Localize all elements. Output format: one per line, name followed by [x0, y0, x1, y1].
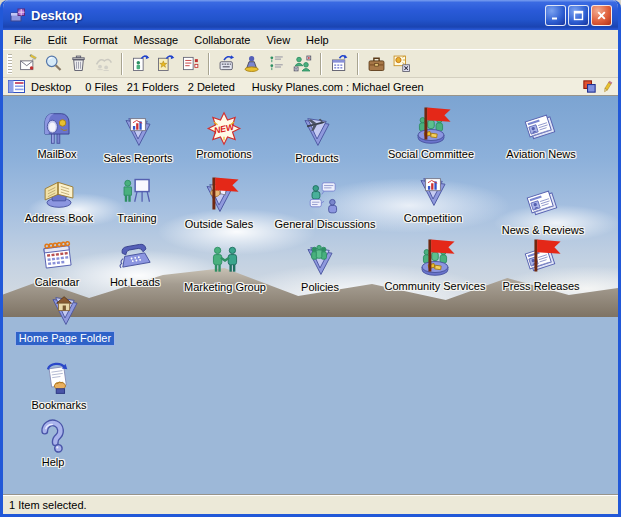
toolbar-separator [357, 53, 359, 75]
deleted-count: 2 Deleted [188, 81, 235, 93]
new-message-button[interactable] [16, 52, 41, 76]
toolbar-separator [208, 53, 210, 75]
send-document-icon [130, 53, 151, 74]
folder-chart-icon [118, 114, 158, 151]
status-text: 1 Item selected. [9, 499, 87, 511]
tagged-document-button[interactable] [178, 52, 203, 76]
desktop-item-general-discussions[interactable]: General Discussions [265, 180, 385, 231]
newspaper-icon [523, 186, 563, 223]
infobar-tools [583, 80, 613, 94]
folder-hand-icon [199, 180, 239, 217]
group-chat-icon [93, 53, 114, 74]
desktop-item-label: Marketing Group [184, 281, 266, 294]
pencil-icon[interactable] [602, 80, 613, 94]
desktop-item-label: Sales Reports [103, 152, 172, 165]
delete-icon [68, 53, 89, 74]
desktop[interactable]: MailBoxSales ReportsPromotionsProductsSo… [3, 96, 618, 494]
unread-flag-icon [421, 237, 461, 274]
toolbar-gripper[interactable] [7, 54, 12, 74]
briefcase-icon [366, 53, 387, 74]
desktop-item-label: Community Services [385, 280, 486, 293]
calendar-icon [37, 238, 77, 275]
send-form-button[interactable] [153, 52, 178, 76]
meeting-table-icon [415, 242, 455, 279]
tagged-document-icon [180, 53, 201, 74]
close-icon [596, 10, 607, 21]
unread-flag-icon [417, 105, 457, 142]
new-message-icon [18, 53, 39, 74]
desktop-item-label: Calendar [35, 276, 80, 289]
toolbar-separator [121, 53, 123, 75]
question-icon [33, 418, 73, 455]
layered-pages-icon[interactable] [583, 80, 596, 93]
desktop-item-bookmarks[interactable]: Bookmarks [3, 361, 119, 412]
menu-edit[interactable]: Edit [40, 32, 75, 48]
menu-message[interactable]: Message [126, 32, 187, 48]
menu-help[interactable]: Help [298, 32, 337, 48]
toolbar [3, 49, 618, 78]
desktop-item-press-releases[interactable]: Press Releases [481, 242, 601, 293]
maximize-button[interactable] [568, 5, 589, 26]
desktop-item-label: General Discussions [275, 218, 376, 231]
desktop-item-home-page-folder[interactable]: Home Page Folder [5, 293, 125, 346]
desktop-item-label: Home Page Folder [15, 331, 115, 346]
minimize-icon [550, 10, 561, 21]
unread-flag-icon [205, 175, 245, 212]
unread-flag-icon [527, 237, 567, 274]
minimize-button[interactable] [545, 5, 566, 26]
directory-button[interactable] [290, 52, 315, 76]
chat-button[interactable] [215, 52, 240, 76]
desktop-item-social-committee[interactable]: Social Committee [371, 110, 491, 161]
menu-collaborate[interactable]: Collaborate [186, 32, 258, 48]
newspaper-icon [521, 110, 561, 147]
desktop-item-label: News & Reviews [502, 224, 585, 237]
desktop-item-community-services[interactable]: Community Services [375, 242, 495, 293]
send-document-button[interactable] [128, 52, 153, 76]
view-switch-icon[interactable] [8, 80, 25, 93]
subscribed-lists-button[interactable] [265, 52, 290, 76]
subscribed-lists-icon [267, 53, 288, 74]
logout-button[interactable] [389, 52, 414, 76]
desktop-item-aviation-news[interactable]: Aviation News [481, 110, 601, 161]
desktop-item-outside-sales[interactable]: Outside Sales [159, 180, 279, 231]
newspaper-icon [521, 242, 561, 279]
menu-file[interactable]: File [6, 32, 40, 48]
calendar-button[interactable] [327, 52, 352, 76]
calendar-icon [329, 53, 350, 74]
desktop-item-news-reviews[interactable]: News & Reviews [483, 186, 603, 237]
desktop-item-policies[interactable]: Policies [260, 243, 380, 294]
desktop-item-competition[interactable]: Competition [373, 174, 493, 225]
files-count: 0 Files [85, 81, 117, 93]
directory-icon [292, 53, 313, 74]
presentation-button[interactable] [240, 52, 265, 76]
desktop-item-products[interactable]: Products [257, 114, 377, 165]
desktop-item-label: Promotions [196, 148, 252, 161]
group-chat-button[interactable] [91, 52, 116, 76]
desktop-item-help[interactable]: Help [3, 418, 113, 469]
menu-view[interactable]: View [258, 32, 298, 48]
desktop-item-label: Press Releases [502, 280, 579, 293]
desktop-item-label: Aviation News [506, 148, 576, 161]
window-controls [545, 5, 612, 26]
desktop-item-label: Bookmarks [31, 399, 86, 412]
app-window: Desktop FileEditFormatMessageCollaborate… [0, 0, 621, 517]
newburst-icon [204, 110, 244, 147]
address-book-icon [39, 174, 79, 211]
toolbar-separator [320, 53, 322, 75]
search-icon [43, 53, 64, 74]
close-button[interactable] [591, 5, 612, 26]
handshake-icon [205, 243, 245, 280]
meeting-table-icon [411, 110, 451, 147]
window-title: Desktop [31, 8, 82, 23]
menu-format[interactable]: Format [75, 32, 126, 48]
search-button[interactable] [41, 52, 66, 76]
desktop-item-label: Hot Leads [110, 276, 160, 289]
folder-people-icon [300, 243, 340, 280]
delete-button[interactable] [66, 52, 91, 76]
account-info: Husky Planes.com : Michael Green [252, 81, 424, 93]
briefcase-button[interactable] [364, 52, 389, 76]
desktop-item-label: Products [295, 152, 338, 165]
discussion-icon [305, 180, 345, 217]
info-bar: Desktop 0 Files 21 Folders 2 Deleted Hus… [3, 78, 618, 96]
chat-icon [217, 53, 238, 74]
